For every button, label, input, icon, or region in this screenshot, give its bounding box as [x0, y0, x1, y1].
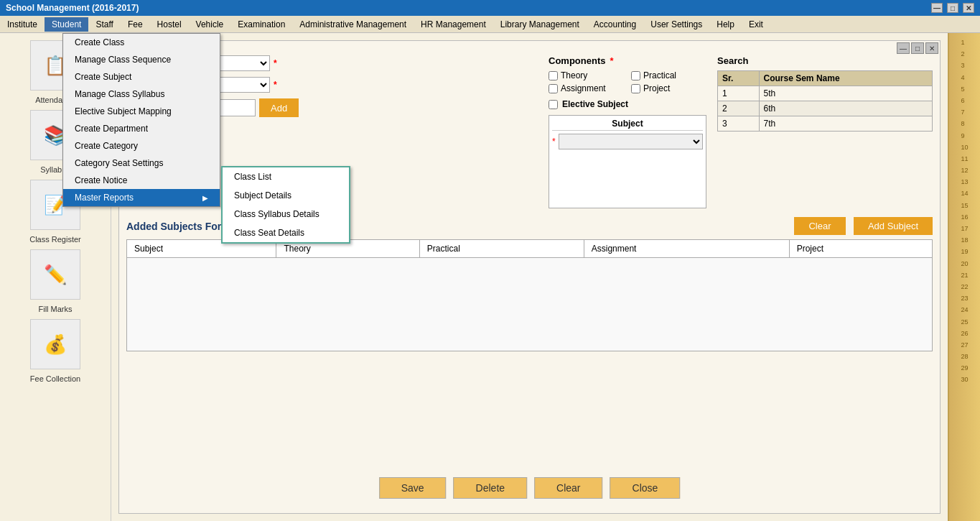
menu-accounting[interactable]: Accounting	[587, 17, 643, 32]
checkbox-assignment: Assignment	[549, 83, 624, 93]
submenu-class-list[interactable]: Class List	[223, 167, 349, 186]
checkbox-theory-label: Theory	[561, 70, 587, 80]
elective-row: Elective Subject	[549, 99, 706, 109]
search-name-3: 7th	[759, 116, 932, 132]
checkbox-theory: Theory	[549, 70, 624, 80]
subject-header: Subject	[552, 119, 703, 131]
search-row-3[interactable]: 3 7th	[718, 116, 933, 132]
search-title: Search	[717, 55, 933, 66]
checkbox-project: Project	[631, 83, 706, 93]
add-subject-button[interactable]: Add Subject	[854, 217, 933, 235]
search-sr-2: 2	[718, 101, 760, 116]
components-required-star: *	[610, 55, 613, 66]
title-bar: School Management (2016-2017) — □ ✕	[0, 0, 980, 16]
checkbox-theory-input[interactable]	[549, 71, 558, 80]
dropdown-manage-class-sequence[interactable]: Manage Class Sequence	[63, 51, 220, 68]
dropdown-elective-subject-mapping[interactable]: Elective Subject Mapping	[63, 103, 220, 120]
checkbox-practical: Practical	[631, 70, 706, 80]
dropdown-create-department[interactable]: Create Department	[63, 120, 220, 137]
search-row-1[interactable]: 1 5th	[718, 86, 933, 101]
search-row-2[interactable]: 2 6th	[718, 101, 933, 116]
inner-close-btn[interactable]: ✕	[925, 42, 938, 54]
submenu-arrow: ▶	[202, 194, 208, 202]
fee-collection-icon: 💰	[44, 333, 67, 356]
menu-hr[interactable]: HR Management	[414, 17, 493, 32]
ruler-marks: 1234567891011121314151617181920212223242…	[961, 37, 968, 386]
search-col-sr: Sr.	[718, 71, 760, 86]
menu-library[interactable]: Library Management	[493, 17, 587, 32]
checkbox-project-label: Project	[643, 83, 670, 93]
dropdown-create-subject[interactable]: Create Subject	[63, 68, 220, 86]
sidebar-label-fee-collection: Fee Collection	[30, 374, 80, 383]
menu-institute[interactable]: Institute	[0, 17, 45, 32]
inner-maximize-btn[interactable]: □	[911, 42, 924, 54]
submenu-subject-details[interactable]: Subject Details	[223, 186, 349, 205]
dropdown-master-reports[interactable]: Master Reports ▶	[63, 189, 220, 206]
elective-subject-label: Elective Subject	[562, 99, 628, 109]
menu-staff[interactable]: Staff	[88, 17, 120, 32]
checkbox-project-input[interactable]	[631, 84, 640, 93]
subject-row: *	[552, 134, 703, 149]
sidebar-label-class-register: Class Register	[29, 235, 81, 244]
submenu-class-seat-details[interactable]: Class Seat Details	[223, 223, 349, 242]
checkbox-assignment-label: Assignment	[561, 83, 606, 93]
dropdown-manage-class-syllabus[interactable]: Manage Class Syllabus	[63, 86, 220, 103]
title-bar-controls: — □ ✕	[931, 3, 974, 13]
menu-student[interactable]: Student	[45, 17, 88, 32]
subject-select[interactable]	[559, 134, 703, 149]
required-star-2: *	[274, 80, 277, 90]
elective-subject-checkbox[interactable]	[549, 100, 558, 109]
menu-user-settings[interactable]: User Settings	[643, 17, 709, 32]
col-practical: Practical	[419, 240, 584, 258]
required-star-1: *	[274, 58, 277, 68]
subjects-table: Subject Theory Practical Assignment Proj…	[126, 239, 933, 351]
fill-marks-icon: ✏️	[44, 264, 67, 286]
menu-admin[interactable]: Administrative Management	[292, 17, 414, 32]
dropdown-menu: Create Class Manage Class Sequence Creat…	[62, 33, 220, 207]
menu-fee[interactable]: Fee	[121, 17, 150, 32]
subject-required-star: *	[552, 137, 556, 147]
section-buttons: Clear Add Subject	[788, 217, 933, 235]
dropdown-create-category[interactable]: Create Category	[63, 137, 220, 155]
checkbox-practical-label: Practical	[643, 70, 676, 80]
components-section: Components * Theory Practical	[549, 55, 706, 208]
subject-dropdown-area: Subject *	[549, 115, 706, 208]
close-bottom-button[interactable]: Close	[610, 477, 681, 499]
submenu: Class List Subject Details Class Syllabu…	[221, 166, 350, 244]
clear-bottom-button[interactable]: Clear	[534, 477, 602, 499]
sidebar-label-fill-marks: Fill Marks	[38, 305, 72, 313]
dropdown-create-class[interactable]: Create Class	[63, 34, 220, 51]
search-table: Sr. Course Sem Name 1 5th 2 6th	[717, 70, 933, 132]
minimize-btn[interactable]: —	[931, 3, 943, 13]
add-button[interactable]: Add	[259, 98, 299, 117]
checkbox-practical-input[interactable]	[631, 71, 640, 80]
checkbox-group: Theory Practical Assignment Project	[549, 70, 706, 93]
app-title: School Management (2016-2017)	[6, 3, 139, 13]
checkbox-assignment-input[interactable]	[549, 84, 558, 93]
menu-hostel[interactable]: Hostel	[150, 17, 189, 32]
clear-button[interactable]: Clear	[794, 217, 845, 235]
maximize-btn[interactable]: □	[947, 3, 958, 13]
inner-minimize-btn[interactable]: —	[897, 42, 910, 54]
col-project: Project	[789, 240, 932, 258]
menu-help[interactable]: Help	[709, 17, 742, 32]
dropdown-category-seat-settings[interactable]: Category Seat Settings	[63, 155, 220, 172]
menu-exit[interactable]: Exit	[742, 17, 770, 32]
submenu-class-syllabus-details[interactable]: Class Syllabus Details	[223, 205, 349, 223]
delete-button[interactable]: Delete	[454, 477, 527, 499]
search-sr-3: 3	[718, 116, 760, 132]
search-name-2: 6th	[759, 101, 932, 116]
sidebar-icon-fee-collection[interactable]: 💰	[30, 319, 80, 369]
menu-vehicle[interactable]: Vehicle	[189, 17, 231, 32]
sidebar-icon-fill-marks[interactable]: ✏️	[30, 249, 80, 300]
content-panel: — □ ✕ * * Add	[111, 33, 948, 521]
subjects-empty-body	[127, 258, 933, 351]
components-title: Components *	[549, 55, 706, 66]
search-sr-1: 1	[718, 86, 760, 101]
search-section: Search Sr. Course Sem Name 1 5th	[717, 55, 933, 208]
menu-examination[interactable]: Examination	[230, 17, 292, 32]
dropdown-create-notice[interactable]: Create Notice	[63, 172, 220, 189]
col-assignment: Assignment	[584, 240, 789, 258]
save-button[interactable]: Save	[379, 477, 447, 499]
close-btn[interactable]: ✕	[963, 3, 974, 13]
